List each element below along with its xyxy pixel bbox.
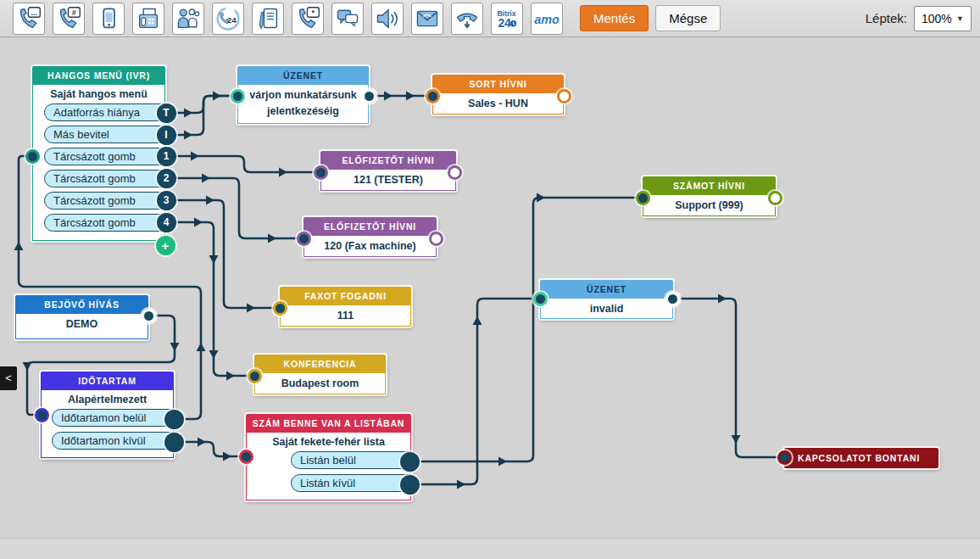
edge-arrowhead bbox=[170, 343, 180, 351]
connector-port-1[interactable]: 1 bbox=[157, 147, 176, 166]
zoom-group: Léptek: 100% ▼ bbox=[866, 6, 972, 31]
block-sort[interactable]: SORT HÍVNISales - HUN bbox=[432, 75, 564, 115]
connector-port[interactable] bbox=[142, 309, 156, 323]
block-header: SZÁM BENNE VAN A LISTÁBAN bbox=[246, 414, 411, 433]
connector-port[interactable] bbox=[314, 165, 328, 180]
pill-option[interactable]: Időtartamon kívül bbox=[52, 432, 180, 450]
connector-port-4[interactable]: 4 bbox=[157, 213, 176, 232]
connector-port[interactable] bbox=[557, 89, 571, 103]
queue-group-icon[interactable] bbox=[172, 3, 204, 35]
pill-option[interactable]: Adatforrás hiánya bbox=[44, 103, 174, 121]
fax-machine-icon[interactable] bbox=[132, 3, 164, 35]
svg-text:24: 24 bbox=[226, 14, 236, 24]
connector-port-2[interactable]: 2 bbox=[157, 169, 176, 188]
edge-arrowhead bbox=[537, 193, 545, 203]
pill-option[interactable]: Listán kívül bbox=[291, 474, 417, 492]
block-faxot[interactable]: FAXOT FOGADNI111 bbox=[280, 287, 411, 327]
block-szamot[interactable]: SZÁMOT HÍVNISupport (999) bbox=[643, 176, 776, 216]
connector-port[interactable] bbox=[362, 89, 376, 103]
block-text: 121 (TESTER) bbox=[321, 170, 455, 190]
connector-port[interactable] bbox=[164, 433, 184, 452]
connector-port[interactable] bbox=[426, 89, 440, 103]
phone-extension-icon[interactable]: * bbox=[292, 3, 324, 35]
edge-kivul-to-szamlista bbox=[185, 442, 239, 456]
edge-key1-to-elof121 bbox=[176, 156, 314, 172]
zoom-select[interactable]: 100% ▼ bbox=[914, 6, 972, 31]
add-option-button[interactable]: + bbox=[156, 236, 175, 255]
chevron-down-icon: ▼ bbox=[956, 14, 964, 23]
connector-port[interactable] bbox=[448, 165, 462, 180]
block-body: Support (999) bbox=[643, 195, 776, 216]
mobile-app-icon[interactable] bbox=[92, 3, 125, 35]
block-kapcsolat[interactable]: KAPCSOLATOT BONTANI bbox=[784, 448, 938, 468]
connector-port-3[interactable]: 3 bbox=[157, 191, 176, 210]
edge-listanbelul-to-szamot bbox=[420, 198, 636, 461]
block-header: ÜZENET bbox=[237, 66, 369, 85]
block-text: DEMO bbox=[16, 314, 148, 334]
block-idotartam[interactable]: IDŐTARTAMAlapértelmezettIdőtartamon belü… bbox=[41, 372, 174, 458]
connector-port[interactable] bbox=[768, 191, 782, 205]
connector-port[interactable] bbox=[533, 292, 548, 306]
phone-dtmf-icon[interactable]: # bbox=[53, 3, 85, 35]
pill-option[interactable]: Tárcsázott gomb bbox=[44, 192, 174, 210]
block-uzenet2[interactable]: ÜZENETinvalid bbox=[540, 280, 673, 319]
pill-option[interactable]: Tárcsázott gomb bbox=[44, 148, 174, 165]
bitrix24-icon[interactable]: Bitrix24 bbox=[491, 3, 523, 35]
chat-messages-icon[interactable] bbox=[331, 3, 364, 35]
edge-uzenet2-to-kapcsolat bbox=[679, 299, 777, 457]
sidebar-collapse-button[interactable]: < bbox=[0, 366, 17, 390]
phone-24h-icon[interactable]: 24 bbox=[212, 3, 244, 35]
connector-port[interactable] bbox=[164, 410, 184, 429]
connector-port[interactable] bbox=[248, 369, 262, 383]
edge-arrowhead bbox=[384, 92, 393, 101]
block-uzenet1[interactable]: ÜZENETvárjon munkatársunkjelentkezéséig bbox=[237, 66, 369, 124]
pill-option[interactable]: Tárcsázott gomb bbox=[44, 170, 174, 187]
connector-port[interactable] bbox=[665, 292, 680, 306]
pill-option[interactable]: Tárcsázott gomb bbox=[44, 214, 174, 232]
connector-port[interactable] bbox=[25, 149, 40, 164]
block-elof120[interactable]: ELŐFIZETŐT HÍVNI120 (Fax machine) bbox=[303, 217, 437, 257]
block-text: 111 bbox=[281, 305, 410, 326]
connector-port[interactable] bbox=[297, 232, 311, 246]
connector-port[interactable] bbox=[636, 191, 650, 205]
block-label: KAPCSOLATOT BONTANI bbox=[798, 453, 920, 463]
call-script-icon[interactable] bbox=[252, 3, 284, 35]
block-subtitle: Saját hangos menü bbox=[33, 85, 164, 103]
connector-port[interactable] bbox=[429, 232, 443, 246]
block-header: SZÁMOT HÍVNI bbox=[643, 176, 776, 195]
block-ivr[interactable]: HANGOS MENÜ (IVR)Saját hangos menüAdatfo… bbox=[32, 66, 165, 241]
flow-canvas[interactable]: HANGOS MENÜ (IVR)Saját hangos menüAdatfo… bbox=[0, 37, 980, 559]
block-szam_lista[interactable]: SZÁM BENNE VAN A LISTÁBANSaját fekete-fe… bbox=[246, 414, 411, 500]
connector-port[interactable] bbox=[35, 408, 49, 422]
amocrm-icon[interactable]: amo bbox=[531, 3, 563, 35]
connector-port[interactable] bbox=[400, 475, 420, 495]
connector-port[interactable] bbox=[400, 452, 420, 472]
block-body: DEMO bbox=[15, 314, 148, 339]
connector-port-T[interactable]: T bbox=[157, 103, 176, 123]
edge-arrowhead bbox=[197, 343, 206, 351]
hangup-icon[interactable] bbox=[451, 3, 483, 35]
cancel-button[interactable]: Mégse bbox=[655, 5, 721, 31]
edge-arrowhead bbox=[184, 131, 192, 140]
pill-option[interactable]: Időtartamon belül bbox=[52, 409, 180, 427]
save-button[interactable]: Mentés bbox=[580, 5, 649, 31]
block-konferencia[interactable]: KONFERENCIABudapest room bbox=[254, 355, 386, 394]
svg-text:24: 24 bbox=[498, 16, 511, 30]
connector-port[interactable] bbox=[239, 450, 253, 464]
block-elof121[interactable]: ELŐFIZETŐT HÍVNI121 (TESTER) bbox=[320, 151, 456, 191]
voicemail-icon[interactable] bbox=[411, 3, 443, 35]
block-text: invalid bbox=[541, 299, 672, 319]
pill-option[interactable]: Más bevitel bbox=[44, 126, 174, 143]
svg-text:amo: amo bbox=[534, 12, 560, 25]
connector-port[interactable] bbox=[273, 301, 287, 316]
edge-arrowhead bbox=[191, 152, 199, 161]
block-bejovo[interactable]: BEJÖVŐ HÍVÁSDEMO bbox=[15, 295, 148, 339]
announcement-icon[interactable] bbox=[371, 3, 404, 35]
connector-port[interactable] bbox=[231, 89, 245, 103]
phone-message-icon[interactable]: ... bbox=[13, 3, 45, 35]
block-body: invalid bbox=[540, 299, 673, 319]
pill-option[interactable]: Listán belül bbox=[291, 451, 417, 469]
edge-arrowhead bbox=[473, 316, 482, 325]
connector-port[interactable] bbox=[777, 450, 792, 465]
connector-port-I[interactable]: I bbox=[157, 126, 176, 145]
